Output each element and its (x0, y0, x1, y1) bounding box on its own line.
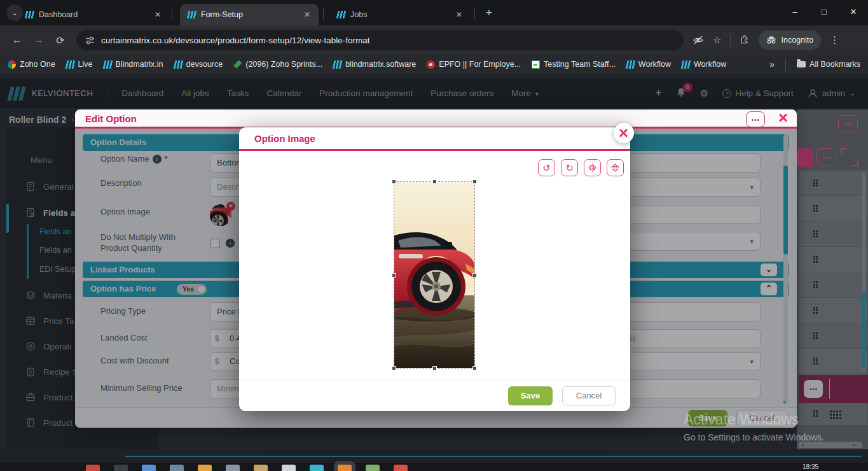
flip-horizontal-icon (588, 163, 597, 172)
toolbar-divider (730, 34, 731, 46)
tab-close-icon[interactable]: ✕ (302, 10, 312, 19)
incognito-icon (766, 36, 776, 44)
taskbar-app-icon[interactable] (170, 465, 184, 471)
modal-title: Option Image (254, 133, 315, 144)
site-favicon (25, 11, 35, 18)
crop-handle[interactable] (392, 366, 396, 370)
row-menu-button[interactable] (816, 148, 836, 165)
taskbar-app-icon[interactable] (226, 465, 240, 471)
browser-menu-icon[interactable]: ⋮ (830, 34, 839, 46)
blindmatrix-icon (333, 60, 343, 69)
tab-label: Dashboard (39, 10, 148, 19)
taskbar-app-icon[interactable] (394, 465, 408, 471)
address-bar[interactable]: curtainmatrix.co.uk/devsource/product/fo… (76, 30, 684, 50)
cancel-button[interactable]: Cancel (562, 386, 616, 405)
save-button[interactable]: Save (508, 386, 553, 405)
bookmark-item[interactable]: Testing Team Staff... (532, 60, 616, 69)
rotate-right-icon: ↻ (565, 162, 574, 174)
window-minimize-button[interactable]: – (780, 0, 809, 25)
modal-close-button[interactable] (614, 123, 634, 143)
bookmarks-overflow-icon[interactable]: » (769, 59, 775, 69)
new-tab-button[interactable]: + (481, 5, 497, 22)
flip-vertical-icon (610, 163, 620, 172)
taskbar-app-icon[interactable] (282, 465, 296, 471)
blindmatrix-icon (680, 60, 691, 69)
tab-close-icon[interactable]: ✕ (153, 10, 163, 19)
tab-separator (323, 8, 324, 19)
image-tools: ↺ ↻ (538, 159, 624, 176)
background-action-button[interactable] (797, 148, 813, 167)
crop-handle[interactable] (392, 273, 396, 278)
taskbar-clock: 18:35 (803, 463, 818, 470)
bookmark-item[interactable]: Workflow (682, 60, 726, 69)
taskbar-app-icon[interactable] (310, 465, 324, 471)
panel-close-button[interactable] (776, 111, 789, 124)
ellipsis-icon (844, 123, 846, 125)
taskbar-app-icon[interactable] (366, 465, 380, 471)
bookmark-item[interactable]: Zoho One (8, 60, 55, 69)
tab-separator (172, 8, 172, 19)
modal-footer: Save Cancel (239, 381, 630, 411)
browser-toolbar: ← → ⟳ curtainmatrix.co.uk/devsource/prod… (0, 25, 868, 55)
flip-horizontal-button[interactable] (584, 159, 601, 176)
taskbar-app-icon[interactable] (114, 465, 128, 471)
browser-tab-jobs[interactable]: Jobs ✕ (329, 4, 471, 25)
all-bookmarks-button[interactable]: All Bookmarks (797, 60, 860, 69)
blindmatrix-icon (102, 60, 113, 69)
bookmark-item[interactable]: EPFO || For Employe... (427, 60, 521, 69)
bookmarks-bar: Zoho One Live Blindmatrix.in devsource (… (0, 55, 868, 74)
rotate-left-button[interactable]: ↺ (538, 159, 555, 176)
crop-handle[interactable] (432, 366, 437, 370)
modal-header: Option Image (239, 127, 630, 151)
bookmark-star-icon[interactable]: ☆ (713, 34, 721, 46)
option-image-modal: Option Image ↺ ↻ (239, 127, 630, 411)
bookmark-item[interactable]: Workflow (626, 60, 671, 69)
epfo-icon (427, 60, 435, 69)
bookmark-item[interactable]: (2096) Zoho Sprints... (233, 60, 322, 69)
eye-off-icon[interactable] (692, 35, 704, 45)
crop-handle[interactable] (432, 179, 437, 184)
bookmark-item[interactable]: Blindmatrix.in (104, 60, 163, 69)
crop-area[interactable] (394, 182, 474, 368)
incognito-label: Incognito (781, 36, 813, 45)
forward-icon[interactable]: → (28, 34, 50, 46)
url-text: curtainmatrix.co.uk/devsource/product/fo… (101, 36, 369, 45)
taskbar-app-icon[interactable] (86, 465, 100, 471)
row-menu-button[interactable] (838, 115, 858, 132)
edit-option-header: Edit Option (75, 109, 797, 129)
site-favicon (336, 11, 347, 18)
window-maximize-button[interactable]: □ (809, 0, 839, 25)
browser-tab-dashboard[interactable]: Dashboard ✕ (18, 4, 169, 25)
crop-handle[interactable] (472, 366, 477, 370)
ellipsis-icon (823, 157, 825, 158)
flip-vertical-button[interactable] (607, 159, 624, 176)
browser-tab-form-setup[interactable]: Form-Setup ✕ (180, 4, 319, 25)
crop-handle[interactable] (472, 273, 477, 278)
bookmark-item[interactable]: devsource (174, 60, 223, 69)
site-settings-icon[interactable] (85, 36, 95, 45)
blindmatrix-icon (625, 60, 635, 69)
fullscreen-icon[interactable] (841, 148, 858, 166)
site-favicon (187, 11, 197, 18)
windows-taskbar: 18:35 (0, 463, 868, 471)
reload-icon[interactable]: ⟳ (50, 34, 71, 46)
incognito-badge[interactable]: Incognito (759, 31, 821, 50)
window-close-button[interactable]: ✕ (839, 0, 868, 25)
extensions-icon[interactable] (740, 35, 750, 45)
back-icon[interactable]: ← (6, 34, 28, 46)
taskbar-app-icon[interactable] (198, 465, 212, 471)
taskbar-app-icon[interactable] (142, 465, 156, 471)
crop-handle[interactable] (392, 179, 396, 184)
tab-close-icon[interactable]: ✕ (454, 10, 464, 19)
rotate-right-button[interactable]: ↻ (561, 159, 578, 176)
panel-menu-button[interactable] (746, 111, 765, 127)
option-image-preview (394, 182, 474, 368)
taskbar-icons (86, 465, 408, 471)
bookmark-item[interactable]: blindmatrix.software (333, 60, 416, 69)
taskbar-app-icon[interactable] (254, 465, 268, 471)
taskbar-app-icon[interactable] (338, 465, 352, 471)
folder-icon (797, 61, 806, 67)
tab-label: Form-Setup (201, 10, 297, 19)
crop-handle[interactable] (472, 179, 477, 184)
bookmark-item[interactable]: Live (66, 60, 93, 69)
